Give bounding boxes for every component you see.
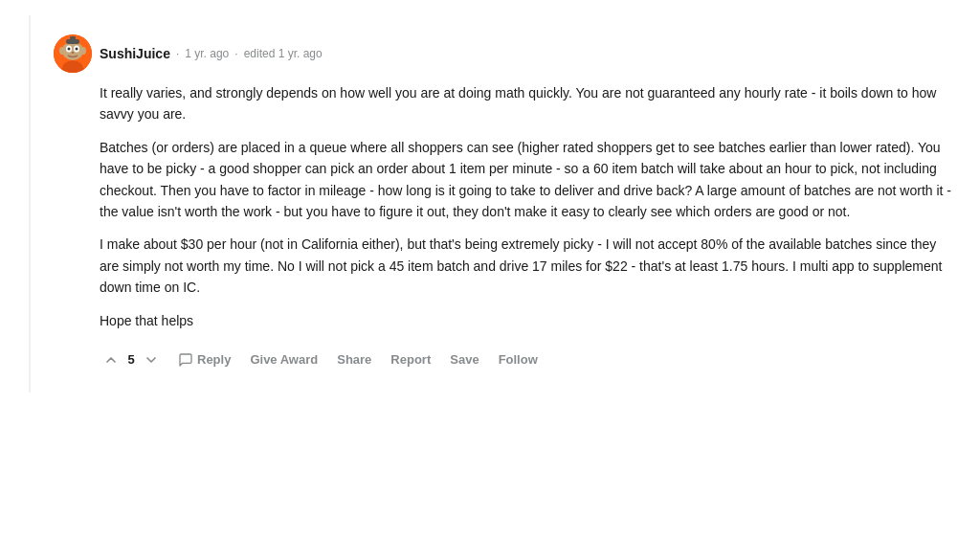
svg-point-6	[72, 52, 75, 54]
give-award-label: Give Award	[250, 352, 318, 367]
username: SushiJuice	[100, 46, 170, 61]
paragraph-2: Batches (or orders) are placed in a queu…	[100, 137, 957, 223]
reply-button[interactable]: Reply	[170, 347, 238, 373]
save-label: Save	[450, 352, 479, 367]
meta-dot: ·	[176, 47, 179, 60]
downvote-button[interactable]	[140, 348, 163, 371]
report-button[interactable]: Report	[383, 347, 438, 372]
page-wrapper: SushiJuice · 1 yr. ago · edited 1 yr. ag…	[0, 0, 980, 392]
meta-edited: edited 1 yr. ago	[244, 47, 323, 60]
vote-count: 5	[126, 352, 136, 367]
share-label: Share	[337, 352, 371, 367]
share-button[interactable]: Share	[329, 347, 379, 372]
save-button[interactable]: Save	[442, 347, 486, 372]
reply-label: Reply	[197, 352, 231, 367]
paragraph-3: I make about $30 per hour (not in Califo…	[100, 234, 957, 298]
avatar	[54, 34, 92, 73]
report-label: Report	[390, 352, 431, 367]
give-award-button[interactable]: Give Award	[242, 347, 325, 372]
comment-actions: 5 Reply Give Award Share	[100, 347, 957, 373]
follow-button[interactable]: Follow	[491, 347, 546, 372]
meta-time: 1 yr. ago	[185, 47, 229, 60]
downvote-icon	[144, 352, 159, 368]
comment-body: It really varies, and strongly depends o…	[100, 82, 957, 331]
upvote-button[interactable]	[100, 348, 122, 371]
comment-header: SushiJuice · 1 yr. ago · edited 1 yr. ag…	[54, 34, 957, 73]
vote-section: 5	[100, 348, 163, 371]
avatar-image	[54, 34, 92, 73]
comment-container: SushiJuice · 1 yr. ago · edited 1 yr. ag…	[29, 15, 980, 392]
svg-point-4	[68, 48, 71, 51]
comment-meta: SushiJuice · 1 yr. ago · edited 1 yr. ag…	[100, 46, 323, 61]
follow-label: Follow	[499, 352, 538, 367]
paragraph-1: It really varies, and strongly depends o…	[100, 82, 957, 125]
paragraph-4: Hope that helps	[100, 310, 957, 331]
upvote-icon	[103, 352, 119, 368]
reply-icon	[178, 352, 193, 368]
svg-point-7	[59, 47, 65, 55]
svg-point-8	[80, 47, 86, 55]
svg-rect-10	[70, 36, 76, 41]
meta-dot-2: ·	[234, 47, 237, 60]
svg-point-5	[76, 48, 78, 51]
